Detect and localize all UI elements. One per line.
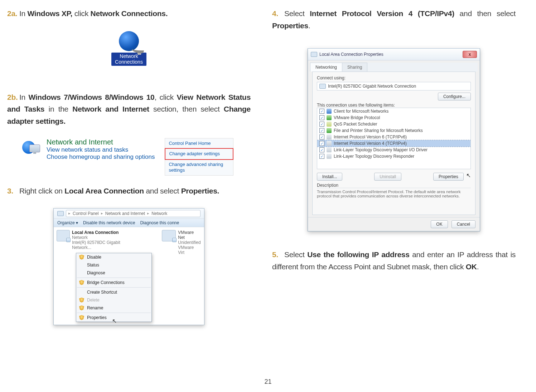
item-label: Internet Protocol Version 6 (TCP/IPv6) [334,134,407,139]
shield-icon [79,305,84,310]
adapter-name: Intel(R) 82578DC Gigabit Network Connect… [328,84,416,89]
breadcrumb-0[interactable]: Control Panel [73,211,99,216]
close-button[interactable]: x [463,51,477,58]
step-2a: 2a.In Windows XP, click Network Connecti… [7,8,251,20]
checkbox-icon[interactable] [319,141,324,146]
configure-button[interactable]: Configure... [438,93,471,101]
item-lltd-mapper[interactable]: Link-Layer Topology Discovery Mapper I/O… [317,147,470,153]
step-2b-pre: In [19,93,29,101]
item-label: Internet Protocol Version 4 (TCP/IPv4) [334,141,407,146]
tab-networking[interactable]: Networking [310,63,342,72]
step-4-action2: Properties [272,21,308,30]
dialog-title: Local Area Connection Properties [319,52,383,57]
control-panel-sidebar: Control Panel Home Change adapter settin… [165,138,233,176]
network-internet-icon [20,139,41,157]
ctx-properties-label: Properties [87,315,107,320]
cp-advanced-sharing[interactable]: Change advanced sharing settings [165,160,233,176]
local-area-connection[interactable]: Local Area Connection Network Intel(R) 8… [57,230,135,250]
protocol-icon [327,141,332,146]
nic-icon [319,84,326,89]
lac-sub2: Intel(R) 82578DC Gigabit Network... [72,240,135,250]
step-2b: 2b.In Windows 7/Windows 8/Windows 10, cl… [7,91,251,127]
step-4-pre: Select [284,9,310,18]
cp-change-adapter[interactable]: Change adapter settings [165,148,233,160]
blank-icon [79,270,84,275]
step-2b-action2: Network and Internet [72,105,149,113]
step-2a-action: Network Connections. [91,9,168,18]
ni-link-status[interactable]: View network status and tasks [47,146,155,153]
ctx-shortcut-label: Create Shortcut [87,290,117,295]
step-2a-pre: In [19,9,27,18]
lac-sub1: Network [72,235,135,240]
vmware-connection[interactable]: VMware Net Unidentified VMware Virt [162,230,201,322]
ctx-shortcut[interactable]: Create Shortcut [76,288,151,296]
ctx-diagnose[interactable]: Diagnose [76,269,151,277]
checkbox-icon[interactable] [319,109,324,114]
item-vmware-bridge[interactable]: VMware Bridge Protocol [317,114,470,121]
properties-button[interactable]: Properties [433,173,464,181]
item-ipv4-selected[interactable]: Internet Protocol Version 4 (TCP/IPv4) [317,140,470,147]
tab-sharing[interactable]: Sharing [342,63,367,72]
step-2b-mid2: in the [44,105,72,113]
blank-icon [79,290,84,295]
checkbox-icon[interactable] [319,147,324,152]
shield-icon [79,298,84,303]
ctx-status[interactable]: Status [76,261,151,269]
toolbar-disable-device[interactable]: Disable this network device [83,220,135,225]
item-lltd-responder[interactable]: Link-Layer Topology Discovery Responder [317,153,470,160]
network-connections-label: Network Connections [111,53,146,66]
network-internet-category[interactable]: Network and Internet View network status… [20,138,155,161]
ctx-rename-label: Rename [87,305,103,310]
nic-icon [162,230,176,241]
items-list[interactable]: Client for Microsoft Networks VMware Bri… [317,108,471,169]
item-qos[interactable]: QoS Packet Scheduler [317,121,470,127]
cancel-button[interactable]: Cancel [452,220,475,228]
vmware-title: VMware Net [178,230,201,240]
toolbar-diagnose[interactable]: Diagnose this conne [140,220,179,225]
item-ipv6[interactable]: Internet Protocol Version 6 (TCP/IPv6) [317,134,470,140]
cp-home[interactable]: Control Panel Home [165,138,233,148]
ni-link-homegroup[interactable]: Choose homegroup and sharing options [47,153,155,161]
ctx-rename[interactable]: Rename [76,304,151,312]
install-button[interactable]: Install... [317,173,342,181]
ctx-delete-label: Delete [87,298,100,303]
ok-button[interactable]: OK [431,220,448,228]
checkbox-icon[interactable] [319,122,324,127]
service-icon [327,122,332,127]
explorer-address-bar[interactable]: ▸ Control Panel ▸ Network and Internet ▸… [54,209,204,219]
item-label: File and Printer Sharing for Microsoft N… [334,128,423,133]
blank-icon [79,263,84,268]
breadcrumb-2[interactable]: Network [151,211,167,216]
nic-icon [57,211,64,216]
ni-title: Network and Internet [47,138,155,146]
organize-menu[interactable]: Organize [57,220,78,225]
description-label: Description [317,183,471,188]
ctx-status-label: Status [87,263,99,268]
shield-icon [79,280,84,285]
step-2a-mid: click [72,9,90,18]
vmware-sub1: Unidentified [178,240,201,245]
step-2b-mid3: section, then select [149,105,224,113]
checkbox-icon[interactable] [319,154,324,159]
breadcrumb-1[interactable]: Network and Internet [105,211,145,216]
ctx-diagnose-label: Diagnose [87,270,105,275]
checkbox-icon[interactable] [319,128,324,133]
step-2b-mid: , click [154,93,177,101]
step-5-pre: Select [284,250,307,259]
step-3-num: 3. [7,185,19,197]
ctx-disable[interactable]: Disable [76,253,151,261]
network-connections-icon[interactable]: Network Connections [109,31,149,77]
step-2b-num: 2b. [7,91,19,103]
checkbox-icon[interactable] [319,115,324,120]
checkbox-icon[interactable] [319,134,324,139]
step-5-num: 5. [272,249,284,261]
step-4-num: 4. [272,8,284,20]
step-2b-os: Windows 7/Windows 8/Windows 10 [29,93,155,101]
step-4-mid: and then select [454,9,516,18]
item-label: QoS Packet Scheduler [334,122,377,127]
step-3-action1: Local Area Connection [64,187,144,195]
item-file-printer[interactable]: File and Printer Sharing for Microsoft N… [317,127,470,134]
item-client-msn[interactable]: Client for Microsoft Networks [317,108,470,114]
ctx-bridge[interactable]: Bridge Connections [76,279,151,286]
service-icon [327,128,332,133]
